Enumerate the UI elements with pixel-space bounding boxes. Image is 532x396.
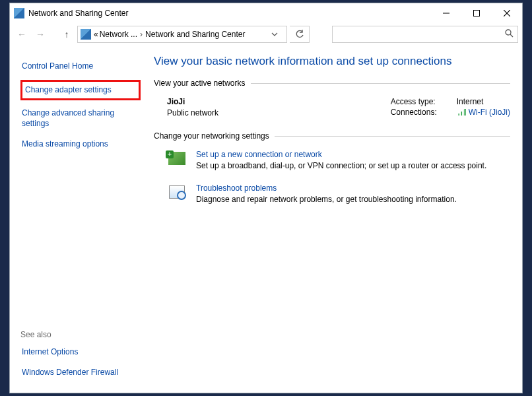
minimize-icon: [443, 10, 449, 16]
svg-line-5: [510, 34, 513, 37]
address-bar[interactable]: « Network ... › Network and Sharing Cent…: [77, 26, 287, 43]
divider: [251, 83, 510, 84]
access-type-value: Internet: [457, 97, 484, 106]
see-also-header: See also: [20, 330, 141, 339]
sidebar-internet-options[interactable]: Internet Options: [20, 345, 141, 360]
close-button[interactable]: [492, 3, 522, 23]
network-type: Public network: [167, 108, 218, 117]
window-title: Network and Sharing Center: [28, 9, 431, 18]
maximize-button[interactable]: [461, 3, 492, 23]
window-controls: [431, 3, 522, 23]
chevron-down-icon: [271, 32, 278, 36]
sidebar-windows-defender-firewall[interactable]: Windows Defender Firewall: [20, 365, 141, 381]
divider: [275, 136, 510, 137]
sidebar-change-advanced-sharing[interactable]: Change advanced sharing settings: [20, 106, 141, 131]
breadcrumb-prefix: «: [94, 30, 98, 39]
maximize-icon: [473, 10, 480, 16]
setup-connection-link[interactable]: Set up a new connection or network: [196, 150, 486, 159]
refresh-icon: [295, 30, 304, 39]
up-button[interactable]: ↑: [59, 26, 75, 42]
minimize-button[interactable]: [431, 3, 461, 23]
main-content: View your basic network information and …: [149, 46, 522, 393]
close-icon: [504, 10, 510, 16]
svg-rect-1: [474, 11, 480, 16]
change-settings-header: Change your networking settings: [154, 131, 510, 141]
setup-connection-desc: Set up a broadband, dial-up, or VPN conn…: [196, 161, 486, 170]
sidebar-control-panel-home[interactable]: Control Panel Home: [20, 59, 141, 75]
breadcrumb-seg1[interactable]: Network ...: [100, 30, 137, 39]
control-panel-window: Network and Sharing Center ← → ↑ « Netwo…: [9, 3, 523, 393]
network-name: JioJi: [167, 97, 218, 106]
back-button[interactable]: ←: [14, 26, 30, 42]
sidebar: Control Panel Home Change adapter settin…: [10, 46, 149, 393]
connections-label: Connections:: [391, 108, 457, 117]
svg-point-4: [506, 30, 511, 35]
network-info-left: JioJi Public network: [167, 97, 218, 118]
body: Control Panel Home Change adapter settin…: [10, 46, 522, 393]
troubleshoot-desc: Diagnose and repair network problems, or…: [196, 195, 457, 204]
network-center-icon: [14, 8, 24, 18]
sidebar-change-adapter-settings[interactable]: Change adapter settings: [20, 80, 141, 101]
address-dropdown[interactable]: [265, 26, 284, 42]
location-icon: [81, 29, 91, 40]
network-info-right: Access type: Internet Connections: Wi-Fi…: [391, 97, 510, 118]
breadcrumb-seg2[interactable]: Network and Sharing Center: [145, 30, 245, 39]
troubleshoot-icon: [167, 183, 187, 201]
search-icon: [505, 29, 514, 40]
wifi-signal-icon: [457, 109, 466, 116]
search-input[interactable]: [332, 26, 518, 43]
troubleshoot-item: Troubleshoot problems Diagnose and repai…: [154, 182, 510, 216]
refresh-button[interactable]: [290, 26, 310, 43]
active-networks-header: View your active networks: [154, 79, 510, 88]
access-type-label: Access type:: [391, 97, 457, 106]
setup-connection-item: Set up a new connection or network Set u…: [154, 148, 510, 182]
titlebar: Network and Sharing Center: [10, 3, 522, 23]
setup-connection-icon: [167, 150, 187, 167]
breadcrumb-sep-icon: ›: [140, 30, 143, 39]
forward-button[interactable]: →: [32, 26, 48, 42]
page-title: View your basic network information and …: [154, 55, 510, 68]
nav-toolbar: ← → ↑ « Network ... › Network and Sharin…: [10, 23, 522, 46]
wifi-connection-link[interactable]: Wi-Fi (JioJi): [457, 108, 510, 117]
active-network: JioJi Public network Access type: Intern…: [154, 96, 510, 131]
sidebar-media-streaming[interactable]: Media streaming options: [20, 137, 141, 152]
troubleshoot-link[interactable]: Troubleshoot problems: [196, 183, 457, 193]
wifi-connection-name: Wi-Fi (JioJi): [469, 108, 510, 117]
